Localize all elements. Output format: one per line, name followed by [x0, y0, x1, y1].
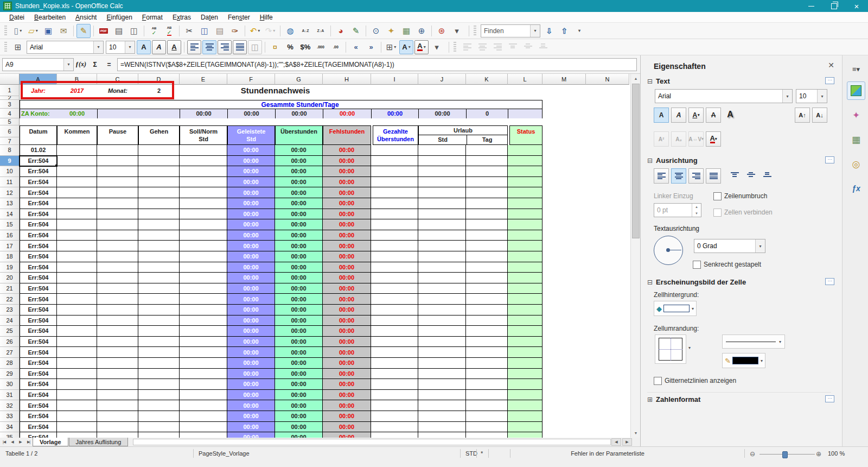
cell-b19[interactable] [57, 262, 97, 273]
cell-i18[interactable] [371, 251, 418, 262]
cell-b21[interactable] [57, 283, 97, 294]
column-header-f[interactable]: F [227, 74, 275, 85]
row-header-1[interactable]: 1 [0, 85, 20, 96]
cell-f32[interactable]: 00:00 [227, 400, 275, 411]
cell-h10[interactable]: 00:00 [323, 166, 371, 177]
scroll-down-icon[interactable]: ▼ [631, 428, 641, 438]
rotation-dial[interactable] [654, 236, 683, 265]
new-document-button[interactable]: ▯▾ [11, 24, 25, 38]
cell-l28[interactable] [508, 358, 542, 369]
cell-a33[interactable]: Err:504 [20, 411, 57, 422]
background-color-button[interactable]: A▾ [399, 40, 413, 54]
cell-b29[interactable] [57, 369, 97, 380]
cell-f23[interactable]: 00:00 [227, 305, 275, 315]
cell-h29[interactable]: 00:00 [323, 369, 371, 380]
navigator-button[interactable]: ✦ [384, 24, 398, 38]
cell-l33[interactable] [508, 411, 542, 422]
cell-c4-d4[interactable] [97, 109, 180, 118]
vertical-scrollbar[interactable]: ▲ ▼ [630, 74, 640, 438]
cell-c17[interactable] [97, 241, 138, 251]
cell-f16[interactable]: 00:00 [227, 230, 275, 241]
find-input[interactable]: Finden▾ [481, 24, 540, 37]
cell-b31[interactable] [57, 390, 97, 401]
cell-a14[interactable]: Err:504 [20, 209, 57, 220]
cell-e32[interactable] [180, 400, 227, 411]
sidebar-strikethrough-button[interactable]: A [706, 108, 721, 123]
menu-einfgen[interactable]: Einfügen [101, 12, 137, 22]
cell-h35[interactable]: 00:00 [323, 432, 371, 438]
cell-f4[interactable]: 00:00 [227, 109, 275, 118]
cell-k21[interactable] [466, 283, 508, 294]
cell-d22[interactable] [138, 294, 180, 305]
cell-d14[interactable] [138, 209, 180, 220]
menu-hilfe[interactable]: Hilfe [255, 12, 278, 22]
cell-g16[interactable]: 00:00 [275, 230, 323, 241]
column-header-h[interactable]: H [323, 74, 371, 85]
summary-title[interactable]: Gesammte Stunden/Tage [20, 100, 542, 109]
row-header-24[interactable]: 24 [0, 315, 20, 326]
section-alignment[interactable]: ⊟Ausrichtung [647, 156, 698, 165]
column-header-n[interactable]: N [586, 74, 629, 85]
cell-i32[interactable] [371, 400, 418, 411]
cell-i27[interactable] [371, 347, 418, 358]
cell-j10[interactable] [418, 166, 466, 177]
cell-c12[interactable] [97, 187, 138, 198]
cell-j21[interactable] [418, 283, 466, 294]
cell-f26[interactable]: 00:00 [227, 337, 275, 348]
cell-j12[interactable] [418, 187, 466, 198]
cell-d35[interactable] [138, 432, 180, 438]
align-bottom-button[interactable] [536, 40, 550, 54]
column-header-l[interactable]: L [508, 74, 542, 85]
row-header-4[interactable]: 4 [0, 109, 20, 118]
open-folder-button[interactable]: ▱▾ [26, 24, 40, 38]
open-folder-dropdown-icon[interactable]: ▾ [36, 28, 38, 33]
cell-i26[interactable] [371, 337, 418, 348]
spreadsheet-grid[interactable]: Jahr: 2017 Monat: 2 Stundennachweis Gesa… [0, 74, 630, 438]
cell-i19[interactable] [371, 262, 418, 273]
cell-b14[interactable] [57, 209, 97, 220]
cell-h11[interactable]: 00:00 [323, 177, 371, 188]
row-header-8[interactable]: 8 [0, 145, 20, 156]
show-gridlines-checkbox[interactable] [654, 377, 662, 385]
cell-i33[interactable] [371, 411, 418, 422]
add-decimal-place-button[interactable]: .000 [314, 40, 328, 54]
cell-c10[interactable] [97, 166, 138, 177]
sidebar-decrease-font-size-button[interactable]: A↓ [812, 108, 827, 123]
cell-i4[interactable]: 00:00 [371, 109, 418, 118]
cell-h32[interactable]: 00:00 [323, 400, 371, 411]
align-left-button[interactable] [187, 40, 201, 54]
cell-f12[interactable]: 00:00 [227, 187, 275, 198]
sidebar-italic-button[interactable]: A [671, 108, 686, 123]
cell-d17[interactable] [138, 241, 180, 251]
cell-e14[interactable] [180, 209, 227, 220]
cell-c30[interactable] [97, 379, 138, 390]
cell-g30[interactable]: 00:00 [275, 379, 323, 390]
cell-a29[interactable]: Err:504 [20, 369, 57, 380]
cell-g23[interactable]: 00:00 [275, 305, 323, 315]
cell-a21[interactable]: Err:504 [20, 283, 57, 294]
page-preview-button[interactable]: ◫ [127, 24, 141, 38]
cell-k30[interactable] [466, 379, 508, 390]
cell-g33[interactable]: 00:00 [275, 411, 323, 422]
spellcheck-button[interactable]: AB✓ [147, 24, 161, 38]
standard-format-button[interactable]: $% [298, 40, 312, 54]
cell-c15[interactable] [97, 219, 138, 230]
cell-b8[interactable] [57, 145, 97, 156]
sheet-tab-vorlage[interactable]: Vorlage [33, 438, 68, 446]
cell-b28[interactable] [57, 358, 97, 369]
font-name-combo[interactable]: Arial▾ [27, 41, 104, 54]
sidebar-align-bottom-button[interactable] [760, 168, 774, 182]
cell-l20[interactable] [508, 273, 542, 283]
restore-button[interactable] [822, 0, 845, 12]
cell-c23[interactable] [97, 305, 138, 315]
cell-f11[interactable]: 00:00 [227, 177, 275, 188]
name-box[interactable]: A9 ▾ [2, 58, 74, 71]
close-button[interactable]: × [845, 0, 868, 12]
cell-e10[interactable] [180, 166, 227, 177]
borders-button[interactable]: ⊞▾ [384, 40, 398, 54]
cell-e11[interactable] [180, 177, 227, 188]
standard-toolbar-options-button[interactable]: ▾ [450, 24, 464, 38]
row-header-6[interactable]: 6 [0, 125, 20, 137]
cell-i30[interactable] [371, 379, 418, 390]
cell-h34[interactable]: 00:00 [323, 422, 371, 433]
